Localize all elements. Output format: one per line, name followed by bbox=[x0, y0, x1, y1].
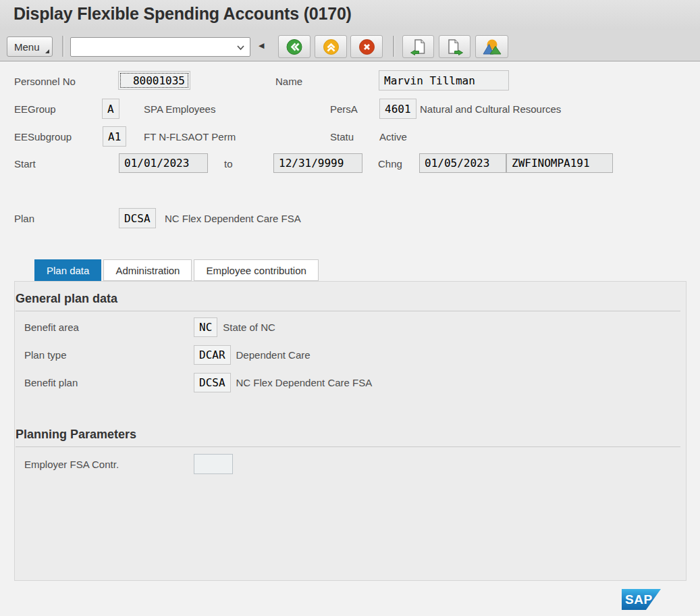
sap-logo: SAP bbox=[622, 589, 661, 610]
changed-label: Chng bbox=[378, 158, 402, 170]
plan-label: Plan bbox=[14, 213, 34, 224]
employer-fsa-label: Employer FSA Contr. bbox=[24, 459, 194, 470]
name-label: Name bbox=[275, 76, 302, 87]
toolbar-separator bbox=[62, 36, 64, 57]
ee-group-label: EEGroup bbox=[14, 103, 56, 115]
next-record-icon bbox=[446, 38, 464, 56]
title-bar: Display Flexible Spending Accounts (0170… bbox=[0, 0, 700, 30]
plan-text: NC Flex Dependent Care FSA bbox=[165, 213, 301, 224]
plan-field[interactable]: DCSA bbox=[119, 208, 156, 228]
section-divider bbox=[16, 311, 680, 311]
exit-button[interactable] bbox=[315, 35, 347, 58]
plan-type-row: Plan type DCAR Dependent Care bbox=[24, 344, 311, 365]
plan-data-panel: General plan data Benefit area NC State … bbox=[14, 281, 686, 581]
pers-area-text: Natural and Cultural Resources bbox=[420, 103, 561, 115]
benefit-area-row: Benefit area NC State of NC bbox=[24, 317, 275, 337]
benefit-plan-row: Benefit plan DCSA NC Flex Dependent Care… bbox=[24, 372, 372, 392]
planning-parameters-heading: Planning Parameters bbox=[16, 428, 136, 442]
overview-button[interactable] bbox=[475, 35, 508, 58]
ee-group-text: SPA Employees bbox=[144, 103, 215, 115]
pers-area-field[interactable]: 4601 bbox=[379, 99, 416, 119]
exit-icon bbox=[322, 38, 340, 56]
personnel-no-label: Personnel No bbox=[14, 76, 76, 87]
ee-subgroup-field[interactable]: A1 bbox=[103, 126, 126, 147]
benefit-plan-text: NC Flex Dependent Care FSA bbox=[236, 377, 373, 388]
benefit-area-label: Benefit area bbox=[24, 322, 194, 333]
general-plan-data-heading: General plan data bbox=[16, 292, 117, 306]
menu-button-label: Menu bbox=[14, 41, 40, 53]
employer-fsa-row: Employer FSA Contr. bbox=[24, 454, 233, 474]
benefit-area-field[interactable]: NC bbox=[194, 317, 217, 337]
ee-subgroup-text: FT N-FLSAOT Perm bbox=[144, 131, 236, 143]
page-title: Display Flexible Spending Accounts (0170… bbox=[0, 0, 700, 24]
overview-mountains-icon bbox=[482, 38, 502, 55]
next-record-button[interactable] bbox=[439, 35, 470, 58]
end-date-field[interactable]: 12/31/9999 bbox=[273, 153, 362, 173]
benefit-plan-field[interactable]: DCSA bbox=[194, 373, 231, 392]
back-icon bbox=[286, 38, 304, 56]
command-field[interactable] bbox=[70, 37, 250, 57]
sap-logo-text: SAP bbox=[625, 592, 653, 607]
section-divider bbox=[16, 446, 680, 447]
cancel-icon bbox=[358, 38, 376, 56]
plan-type-label: Plan type bbox=[24, 349, 194, 361]
changed-date-field[interactable]: 01/05/2023 bbox=[419, 153, 506, 173]
tab-strip: Plan data Administration Employee contri… bbox=[34, 259, 319, 281]
changed-by-field[interactable]: ZWFINOMPA191 bbox=[506, 153, 613, 173]
start-date-label: Start bbox=[14, 158, 36, 170]
benefit-plan-label: Benefit plan bbox=[24, 377, 194, 388]
previous-record-icon bbox=[409, 38, 428, 56]
pers-area-label: PersA bbox=[330, 103, 358, 115]
previous-record-button[interactable] bbox=[402, 35, 434, 58]
sap-window: Display Flexible Spending Accounts (0170… bbox=[0, 0, 700, 616]
start-date-field[interactable]: 01/01/2023 bbox=[119, 153, 208, 173]
chevron-down-icon[interactable] bbox=[236, 43, 245, 52]
status-label: Statu bbox=[330, 131, 354, 143]
benefit-area-text: State of NC bbox=[223, 322, 275, 333]
menu-button[interactable]: Menu bbox=[7, 36, 53, 57]
status-text: Active bbox=[379, 131, 407, 143]
plan-type-text: Dependent Care bbox=[236, 349, 311, 361]
collapse-left-icon[interactable]: ◀ bbox=[259, 41, 264, 50]
employer-fsa-field[interactable] bbox=[194, 454, 233, 474]
tab-employee-contribution[interactable]: Employee contribution bbox=[194, 259, 318, 281]
to-label: to bbox=[224, 158, 233, 170]
plan-type-field[interactable]: DCAR bbox=[194, 345, 231, 365]
toolbar-separator bbox=[393, 36, 395, 57]
ee-group-field[interactable]: A bbox=[102, 99, 119, 119]
back-button[interactable] bbox=[278, 35, 311, 58]
name-field[interactable]: Marvin Tillman bbox=[379, 70, 509, 91]
personnel-no-field[interactable]: 80001035 bbox=[118, 71, 190, 90]
toolbar: Menu ◀ bbox=[0, 30, 700, 61]
ee-subgroup-label: EESubgroup bbox=[14, 131, 72, 143]
tab-plan-data[interactable]: Plan data bbox=[34, 259, 101, 281]
tab-administration[interactable]: Administration bbox=[103, 259, 192, 281]
menu-dropdown-triangle-icon bbox=[45, 49, 49, 53]
cancel-button[interactable] bbox=[350, 35, 383, 58]
